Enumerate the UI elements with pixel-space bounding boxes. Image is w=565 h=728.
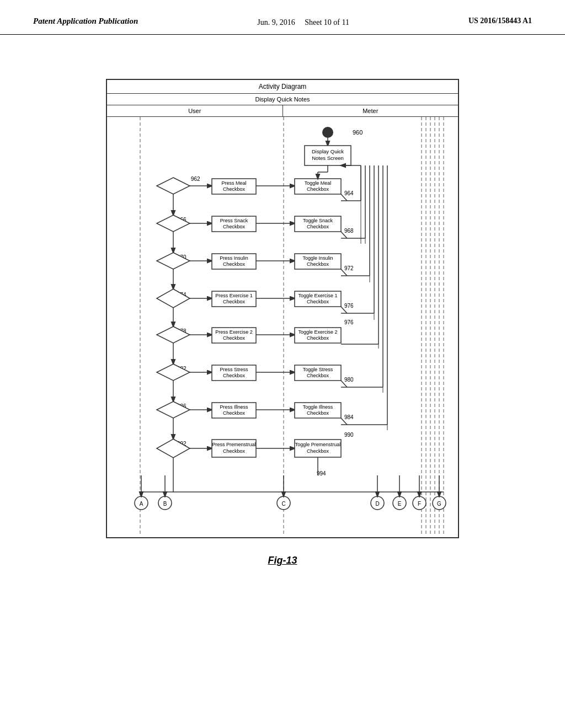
svg-text:Press Snack: Press Snack [220,218,248,223]
svg-text:Checkbox: Checkbox [307,448,329,454]
publication-date: Jun. 9, 2016 [257,18,295,26]
svg-text:Toggle Snack: Toggle Snack [303,218,333,223]
sheet-info: Sheet 10 of 11 [305,18,349,26]
svg-text:Press Meal: Press Meal [221,180,246,186]
svg-text:Checkbox: Checkbox [223,299,246,304]
diagram-subtitle: Display Quick Notes [107,94,458,105]
header-center: Jun. 9, 2016 Sheet 10 of 11 [257,17,349,29]
label-968: 968 [344,228,354,234]
svg-text:Checkbox: Checkbox [307,335,329,341]
patent-number: US 2016/158443 A1 [468,17,532,25]
diagram-container: Activity Diagram Display Quick Notes Use… [106,79,459,538]
label-962: 962 [191,176,200,182]
svg-text:Checkbox: Checkbox [307,186,329,192]
svg-text:E: E [398,501,402,507]
svg-text:Notes Screen: Notes Screen [312,155,344,161]
svg-text:Toggle Insulin: Toggle Insulin [302,255,333,261]
svg-text:Press Insulin: Press Insulin [220,255,248,261]
svg-text:976: 976 [344,319,354,325]
label-980: 980 [344,377,354,383]
svg-text:Press Exercise 2: Press Exercise 2 [215,329,253,335]
svg-text:Checkbox: Checkbox [307,373,329,378]
label-984: 984 [344,414,354,420]
figure-caption: Fig-13 [268,555,297,566]
svg-text:Checkbox: Checkbox [223,261,246,267]
svg-text:Checkbox: Checkbox [307,410,329,416]
page-content: Activity Diagram Display Quick Notes Use… [0,35,565,588]
svg-text:Toggle Illness: Toggle Illness [303,404,333,410]
diagram-svg-area: 960 Display Quick Notes Screen [107,117,458,537]
svg-text:Checkbox: Checkbox [223,224,246,229]
svg-text:Checkbox: Checkbox [307,224,329,229]
label-990: 990 [344,432,354,438]
svg-text:Toggle Exercise 2: Toggle Exercise 2 [298,329,337,335]
svg-text:Checkbox: Checkbox [223,335,246,341]
svg-text:Toggle Premenstrual: Toggle Premenstrual [295,442,341,447]
svg-text:F: F [418,501,421,507]
diamond-962 [157,178,190,194]
svg-text:Checkbox: Checkbox [223,186,246,192]
publication-title: Patent Application Publication [33,17,138,26]
swimlane-headers: User Meter [107,105,458,117]
svg-text:Press Exercise 1: Press Exercise 1 [215,293,253,298]
svg-text:A: A [140,501,143,507]
svg-text:Press Premenstrual: Press Premenstrual [212,442,255,447]
svg-text:Press Illness: Press Illness [220,404,248,410]
svg-text:Toggle Stress: Toggle Stress [303,367,333,372]
label-960: 960 [353,129,363,136]
svg-text:Display Quick: Display Quick [312,148,344,154]
svg-text:B: B [163,501,167,507]
swimlane-meter: Meter [283,105,459,116]
svg-text:Checkbox: Checkbox [223,373,246,378]
page-header: Patent Application Publication Jun. 9, 2… [0,0,565,35]
svg-text:G: G [437,501,441,507]
svg-text:Checkbox: Checkbox [223,410,246,416]
label-964: 964 [344,190,354,196]
swimlane-user: User [107,105,283,116]
svg-text:Checkbox: Checkbox [307,261,329,267]
svg-text:Checkbox: Checkbox [223,448,246,454]
svg-text:Checkbox: Checkbox [307,299,329,304]
svg-text:976: 976 [344,303,354,309]
svg-text:Press Stress: Press Stress [220,367,248,372]
svg-text:D: D [375,501,379,507]
svg-text:Toggle Meal: Toggle Meal [305,180,332,186]
svg-text:Toggle Exercise 1: Toggle Exercise 1 [298,293,337,298]
svg-text:C: C [281,501,285,507]
start-node [322,127,333,138]
label-972: 972 [344,265,354,271]
activity-diagram-svg: 960 Display Quick Notes Screen [107,117,460,536]
diagram-title: Activity Diagram [107,80,458,94]
